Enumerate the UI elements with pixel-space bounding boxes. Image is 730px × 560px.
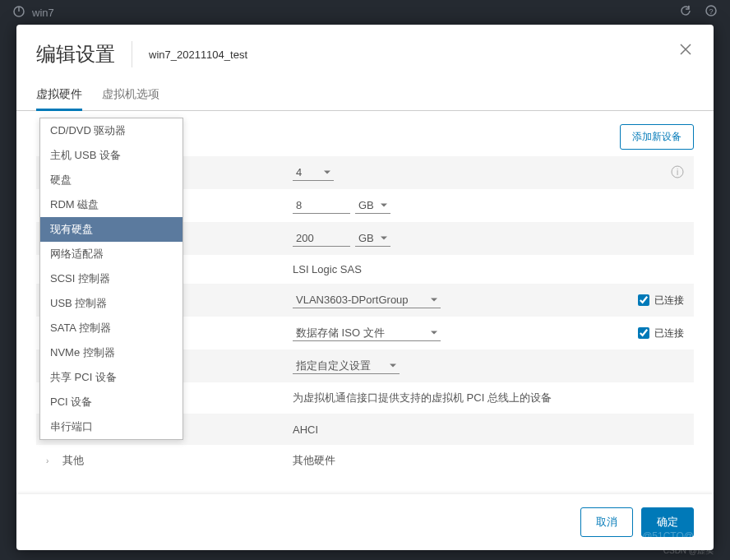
dropdown-item[interactable]: USB 控制器: [40, 291, 182, 316]
edit-settings-modal: 编辑设置 win7_20211104_test 虚拟硬件 虚拟机选项 添加新设备…: [16, 25, 714, 550]
ok-button[interactable]: 确定: [641, 507, 694, 537]
modal-body: 添加新设备 i GB: [16, 111, 714, 494]
dropdown-item[interactable]: 网络适配器: [40, 242, 182, 266]
modal-header: 编辑设置 win7_20211104_test: [16, 25, 714, 81]
help-icon[interactable]: ?: [705, 4, 718, 21]
dropdown-item[interactable]: CD/DVD 驱动器: [40, 118, 182, 143]
tab-virtual-hardware[interactable]: 虚拟硬件: [36, 81, 82, 110]
dropdown-item[interactable]: 硬盘: [40, 168, 182, 192]
memory-input[interactable]: [293, 197, 350, 214]
dropdown-item[interactable]: 串行端口: [40, 414, 182, 439]
dropdown-item[interactable]: 共享 PCI 设备: [40, 365, 182, 390]
vmci-value: 为虚拟机通信接口提供支持的虚拟机 PCI 总线上的设备: [293, 391, 552, 405]
dropdown-item[interactable]: 现有硬盘: [40, 217, 182, 242]
add-device-dropdown: CD/DVD 驱动器主机 USB 设备硬盘RDM 磁盘现有硬盘网络适配器SCSI…: [39, 118, 183, 440]
svg-text:?: ?: [709, 7, 713, 16]
network-connected-checkbox[interactable]: [638, 294, 649, 306]
chevron-right-icon[interactable]: ›: [46, 456, 58, 465]
power-icon: [12, 5, 25, 21]
topbar-title: win7: [32, 7, 54, 19]
close-button[interactable]: [677, 41, 694, 61]
topbar: win7 ?: [0, 0, 730, 25]
modal-title: 编辑设置: [36, 41, 132, 67]
add-device-button[interactable]: 添加新设备: [620, 124, 694, 150]
network-select[interactable]: VLAN3603-DPortGroup: [293, 292, 441, 308]
cancel-button[interactable]: 取消: [580, 507, 633, 537]
refresh-icon[interactable]: [679, 4, 692, 21]
other-value: 其他硬件: [293, 453, 335, 468]
tabs: 虚拟硬件 虚拟机选项: [16, 81, 714, 111]
disk-input[interactable]: [293, 230, 350, 247]
dropdown-item[interactable]: SCSI 控制器: [40, 266, 182, 291]
tab-vm-options[interactable]: 虚拟机选项: [102, 81, 159, 110]
sata-value: AHCI: [293, 423, 318, 436]
other-label: 其他: [62, 453, 84, 468]
cdrom-select[interactable]: 数据存储 ISO 文件: [293, 325, 441, 341]
info-icon[interactable]: i: [671, 165, 684, 181]
dropdown-item[interactable]: 主机 USB 设备: [40, 143, 182, 168]
row-other: ›其他 其他硬件: [36, 445, 694, 476]
network-connected-label: 已连接: [654, 294, 684, 308]
disk-unit-select[interactable]: GB: [355, 230, 390, 247]
dropdown-item[interactable]: NVMe 控制器: [40, 340, 182, 365]
cdrom-connected-label: 已连接: [654, 326, 684, 340]
video-select[interactable]: 指定自定义设置: [293, 358, 400, 374]
modal-subtitle: win7_20211104_test: [132, 49, 247, 61]
dropdown-item[interactable]: SATA 控制器: [40, 316, 182, 340]
memory-unit-select[interactable]: GB: [355, 197, 390, 214]
dropdown-item[interactable]: PCI 设备: [40, 390, 182, 414]
dropdown-item[interactable]: RDM 磁盘: [40, 192, 182, 217]
svg-text:i: i: [677, 168, 678, 177]
scsi-value: LSI Logic SAS: [293, 263, 362, 275]
cpu-select[interactable]: [293, 164, 334, 181]
cdrom-connected-checkbox[interactable]: [638, 327, 649, 339]
modal-footer: 取消 确定: [16, 494, 714, 550]
